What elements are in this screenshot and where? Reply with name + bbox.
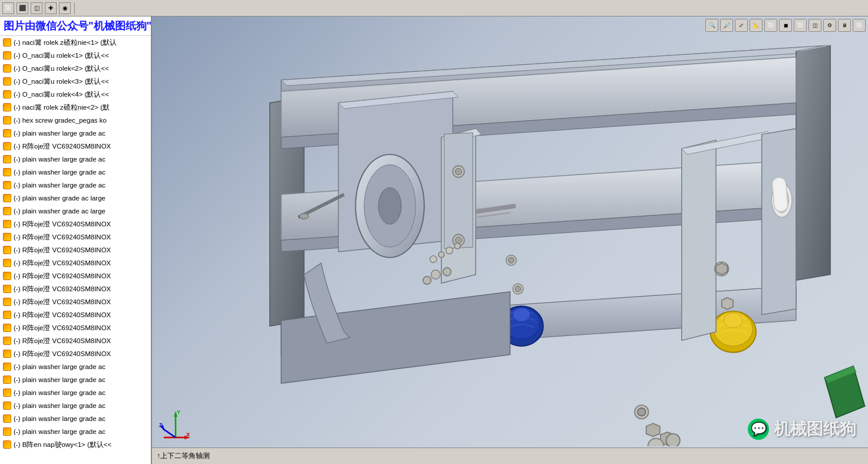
box-icon[interactable]: ⬜ (764, 19, 777, 32)
tools-icon[interactable]: ⚙ (823, 19, 836, 32)
tree-item-30[interactable]: (-) plain washer large grade ac (0, 425, 151, 438)
tree-item-label-19: (-) R阵oje澄 VC69240SM8INOX (14, 285, 111, 294)
tree-item-icon-31 (2, 440, 12, 449)
svg-point-50 (430, 256, 437, 263)
svg-point-52 (446, 247, 453, 254)
tree-item-1[interactable]: (-) O_naci篝u rolek<1> (默认<< (0, 49, 151, 62)
tree-item-25[interactable]: (-) plain washer large grade ac (0, 360, 151, 373)
tree-item-14[interactable]: (-) R阵oje澄 VC69240SM8INOX (0, 218, 151, 231)
tree-item-22[interactable]: (-) R阵oje澄 VC69240SM8INOX (0, 321, 151, 334)
svg-marker-2 (796, 45, 830, 280)
tree-item-label-23: (-) R阵oje澄 VC69240SM8INOX (14, 337, 111, 345)
view-icon[interactable]: ⬜ (794, 19, 807, 32)
toolbar-icon-1[interactable]: ⬜ (2, 2, 14, 14)
zoom-out-icon[interactable]: 🔎 (720, 19, 733, 32)
main-toolbar[interactable]: ⬜ ⬛ ◫ ✚ ◉ (0, 0, 868, 17)
toolbar-icon-4[interactable]: ✚ (45, 2, 57, 14)
tree-item-label-0: (-) naci篝 rolek z碴粒nie<1> (默认 (14, 38, 117, 47)
tree-item-label-16: (-) R阵oje澄 VC69240SM8INOX (14, 246, 111, 255)
tree-item-label-17: (-) R阵oje澄 VC69240SM8INOX (14, 259, 111, 268)
tree-item-icon-11 (2, 180, 12, 190)
tree-item-icon-12 (2, 193, 12, 203)
tree-item-2[interactable]: (-) O_naci篝u rolek<2> (默认<< (0, 62, 151, 75)
tree-item-15[interactable]: (-) R阵oje澄 VC69240SM8INOX (0, 231, 151, 243)
svg-text:Z: Z (159, 422, 163, 428)
svg-point-57 (515, 286, 521, 292)
tree-item-5[interactable]: (-) naci篝 rolek z碴粒nie<2> (默 (0, 101, 151, 114)
svg-point-32 (724, 313, 742, 328)
tree-item-28[interactable]: (-) plain washer large grade ac (0, 399, 151, 412)
display-icon[interactable]: 🖥 (838, 19, 851, 32)
toolbar-icon-3[interactable]: ◫ (31, 2, 42, 14)
svg-point-43 (666, 434, 680, 446)
viewport-toolbar[interactable]: 🔍 🔎 ⤢ 📐 ⬜ ◼ ⬜ ◫ ⚙ 🖥 ⬜ (705, 19, 866, 32)
cad-viewport[interactable]: 🔍 🔎 ⤢ 📐 ⬜ ◼ ⬜ ◫ ⚙ 🖥 ⬜ (152, 17, 868, 464)
toolbar-icon-5[interactable]: ◉ (59, 2, 71, 14)
tree-item-icon-17 (2, 258, 12, 268)
tree-item-icon-7 (2, 129, 12, 138)
tree-item-27[interactable]: (-) plain washer large grade ac (0, 386, 151, 399)
tree-item-11[interactable]: (-) plain washer large grade ac (0, 179, 151, 192)
tree-item-13[interactable]: (-) plain washer grade ac large (0, 205, 151, 218)
tree-item-label-6: (-) hex screw gradec_pegas ko (14, 117, 107, 124)
tree-item-31[interactable]: (-) B阵en nap驶owy<1> (默认<< (0, 438, 151, 451)
tree-item-10[interactable]: (-) plain washer large grade ac (0, 166, 151, 179)
tree-item-21[interactable]: (-) R阵oje澄 VC69240SM8INOX (0, 308, 151, 321)
tree-item-18[interactable]: (-) R阵oje澄 VC69240SM8INOX (0, 269, 151, 282)
tree-item-0[interactable]: (-) naci篝 rolek z碴粒nie<1> (默认 (0, 36, 151, 49)
tree-item-label-15: (-) R阵oje澄 VC69240SM8INOX (14, 233, 111, 242)
tree-item-icon-19 (2, 284, 12, 294)
tree-item-16[interactable]: (-) R阵oje澄 VC69240SM8INOX (0, 243, 151, 256)
tree-item-icon-0 (2, 38, 12, 47)
svg-point-26 (423, 277, 431, 285)
wechat-icon: 💬 (748, 419, 769, 440)
svg-point-29 (513, 308, 530, 321)
svg-point-53 (454, 243, 460, 249)
extra-icon[interactable]: ⬜ (853, 19, 866, 32)
main-area: 图片由微信公众号"机械图纸狗"发布 (-) naci篝 rolek z碴粒nie… (0, 17, 868, 464)
tree-item-icon-10 (2, 167, 12, 177)
tree-item-label-18: (-) R阵oje澄 VC69240SM8INOX (14, 272, 111, 281)
tree-item-label-28: (-) plain washer large grade ac (14, 402, 105, 409)
tree-item-24[interactable]: (-) R阵oje澄 VC69240SM8INOX (0, 347, 151, 360)
tree-item-icon-4 (2, 90, 12, 99)
tree-item-label-27: (-) plain washer large grade ac (14, 389, 105, 396)
svg-point-25 (443, 268, 451, 276)
tree-item-label-20: (-) R阵oje澄 VC69240SM8INOX (14, 298, 111, 307)
tree-item-label-14: (-) R阵oje澄 VC69240SM8INOX (14, 220, 111, 229)
tree-item-icon-26 (2, 375, 12, 384)
tree-item-19[interactable]: (-) R阵oje澄 VC69240SM8INOX (0, 282, 151, 295)
tree-item-icon-21 (2, 310, 12, 320)
watermark-brand-text: 机械图纸狗 (774, 418, 856, 440)
tree-item-9[interactable]: (-) plain washer large grade ac (0, 153, 151, 166)
tree-item-6[interactable]: (-) hex screw gradec_pegas ko (0, 114, 151, 127)
tree-item-17[interactable]: (-) R阵oje澄 VC69240SM8INOX (0, 256, 151, 269)
tree-item-23[interactable]: (-) R阵oje澄 VC69240SM8INOX (0, 334, 151, 347)
tree-item-icon-5 (2, 103, 12, 112)
cad-model-svg (152, 34, 868, 446)
toolbar-icon-2[interactable]: ⬛ (16, 2, 28, 14)
tree-item-12[interactable]: (-) plain washer grade ac large (0, 192, 151, 205)
tree-item-label-25: (-) plain washer large grade ac (14, 363, 105, 370)
feature-tree-panel: 图片由微信公众号"机械图纸狗"发布 (-) naci篝 rolek z碴粒nie… (0, 17, 152, 464)
tree-item-icon-2 (2, 64, 12, 73)
tree-item-20[interactable]: (-) R阵oje澄 VC69240SM8INOX (0, 295, 151, 308)
tree-item-label-22: (-) R阵oje澄 VC69240SM8INOX (14, 324, 111, 333)
render-icon[interactable]: ◼ (779, 19, 792, 32)
svg-marker-35 (762, 129, 796, 315)
tree-item-26[interactable]: (-) plain washer large grade ac (0, 373, 151, 386)
tree-item-4[interactable]: (-) O_naci篝u rolek<4> (默认<< (0, 88, 151, 101)
tree-item-label-9: (-) plain washer large grade ac (14, 156, 105, 163)
zoom-in-icon[interactable]: 🔍 (705, 19, 718, 32)
fit-icon[interactable]: ⤢ (735, 19, 748, 32)
section-icon[interactable]: ◫ (808, 19, 821, 32)
svg-text:X: X (186, 432, 190, 437)
tree-item-icon-1 (2, 51, 12, 60)
tree-item-7[interactable]: (-) plain washer large grade ac (0, 127, 151, 140)
tree-item-icon-23 (2, 336, 12, 345)
tree-item-3[interactable]: (-) O_naci篝u rolek<3> (默认<< (0, 75, 151, 88)
measure-icon[interactable]: 📐 (750, 19, 763, 32)
tree-item-8[interactable]: (-) R阵oje澄 VC69240SM8INOX (0, 140, 151, 153)
tree-item-29[interactable]: (-) plain washer large grade ac (0, 412, 151, 425)
tree-item-label-8: (-) R阵oje澄 VC69240SM8INOX (14, 142, 111, 151)
